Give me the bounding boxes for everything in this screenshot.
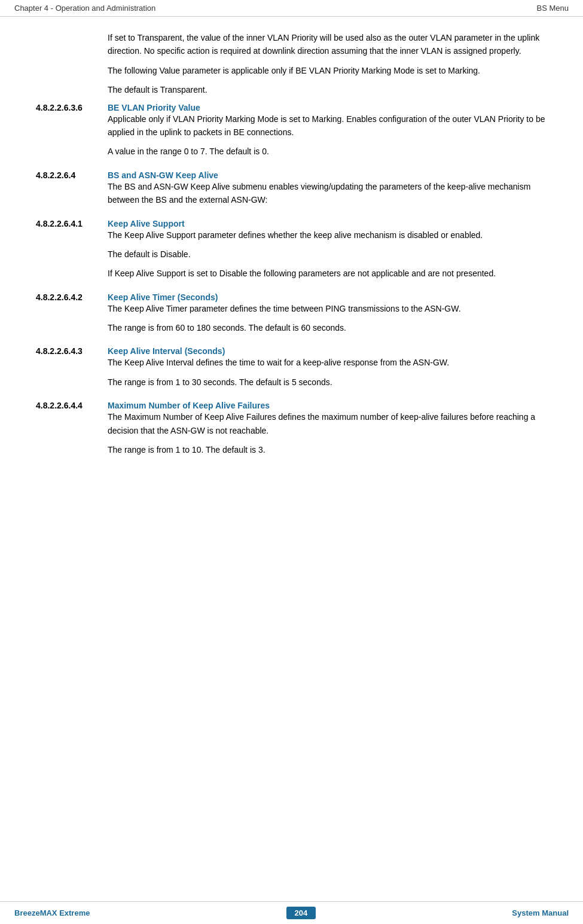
intro-para-3: The default is Transparent.	[108, 83, 547, 96]
section-number-6: 4.8.2.2.6.4.4	[36, 401, 108, 462]
section-content-4: Keep Alive Timer (Seconds) The Keep Aliv…	[108, 292, 547, 341]
section-4-para-2: The range is from 60 to 180 seconds. The…	[108, 321, 547, 334]
section-content-6: Maximum Number of Keep Alive Failures Th…	[108, 401, 547, 462]
section-number-1: 4.8.2.2.6.3.6	[36, 103, 108, 164]
section-content-5: Keep Alive Interval (Seconds) The Keep A…	[108, 346, 547, 395]
section-4-8-2-2-6-4-4: 4.8.2.2.6.4.4 Maximum Number of Keep Ali…	[36, 401, 547, 462]
section-3-para-3: If Keep Alive Support is set to Disable …	[108, 267, 547, 280]
section-2-para-1: The BS and ASN-GW Keep Alive submenu ena…	[108, 180, 547, 207]
section-title-5: Keep Alive Interval (Seconds)	[108, 346, 547, 356]
footer-manual: System Manual	[512, 908, 569, 917]
section-4-8-2-2-6-3-6: 4.8.2.2.6.3.6 BE VLAN Priority Value App…	[36, 103, 547, 164]
section-number-4: 4.8.2.2.6.4.2	[36, 292, 108, 341]
intro-para-2: The following Value parameter is applica…	[108, 64, 547, 77]
header-section: BS Menu	[537, 4, 569, 13]
section-5-para-2: The range is from 1 to 30 seconds. The d…	[108, 376, 547, 389]
section-title-1: BE VLAN Priority Value	[108, 103, 547, 112]
section-number-3: 4.8.2.2.6.4.1	[36, 219, 108, 286]
header-chapter: Chapter 4 - Operation and Administration	[14, 4, 155, 13]
section-number-5: 4.8.2.2.6.4.3	[36, 346, 108, 395]
footer-page-number: 204	[286, 907, 316, 919]
main-content: If set to Transparent, the value of the …	[0, 17, 583, 901]
section-title-6: Maximum Number of Keep Alive Failures	[108, 401, 547, 410]
section-1-para-2: A value in the range 0 to 7. The default…	[108, 145, 547, 158]
section-6-para-1: The Maximum Number of Keep Alive Failure…	[108, 410, 547, 437]
section-4-8-2-2-6-4: 4.8.2.2.6.4 BS and ASN-GW Keep Alive The…	[36, 170, 547, 213]
section-3-para-1: The Keep Alive Support parameter defines…	[108, 228, 547, 242]
section-content-2: BS and ASN-GW Keep Alive The BS and ASN-…	[108, 170, 547, 213]
section-4-8-2-2-6-4-1: 4.8.2.2.6.4.1 Keep Alive Support The Kee…	[36, 219, 547, 286]
page-header: Chapter 4 - Operation and Administration…	[0, 0, 583, 17]
section-title-2: BS and ASN-GW Keep Alive	[108, 170, 547, 180]
intro-para-1: If set to Transparent, the value of the …	[108, 31, 547, 58]
section-1-para-1: Applicable only if VLAN Priority Marking…	[108, 112, 547, 139]
section-content-1: BE VLAN Priority Value Applicable only i…	[108, 103, 547, 164]
section-4-para-1: The Keep Alive Timer parameter defines t…	[108, 302, 547, 315]
section-4-8-2-2-6-4-3: 4.8.2.2.6.4.3 Keep Alive Interval (Secon…	[36, 346, 547, 395]
section-content-3: Keep Alive Support The Keep Alive Suppor…	[108, 219, 547, 286]
page-footer: BreezeMAX Extreme 204 System Manual	[0, 901, 583, 924]
section-title-4: Keep Alive Timer (Seconds)	[108, 292, 547, 302]
page-container: Chapter 4 - Operation and Administration…	[0, 0, 583, 924]
footer-product: BreezeMAX Extreme	[14, 908, 90, 917]
section-5-para-1: The Keep Alive Interval defines the time…	[108, 356, 547, 369]
section-title-3: Keep Alive Support	[108, 219, 547, 228]
section-3-para-2: The default is Disable.	[108, 248, 547, 261]
section-number-2: 4.8.2.2.6.4	[36, 170, 108, 213]
section-6-para-2: The range is from 1 to 10. The default i…	[108, 443, 547, 456]
section-4-8-2-2-6-4-2: 4.8.2.2.6.4.2 Keep Alive Timer (Seconds)…	[36, 292, 547, 341]
